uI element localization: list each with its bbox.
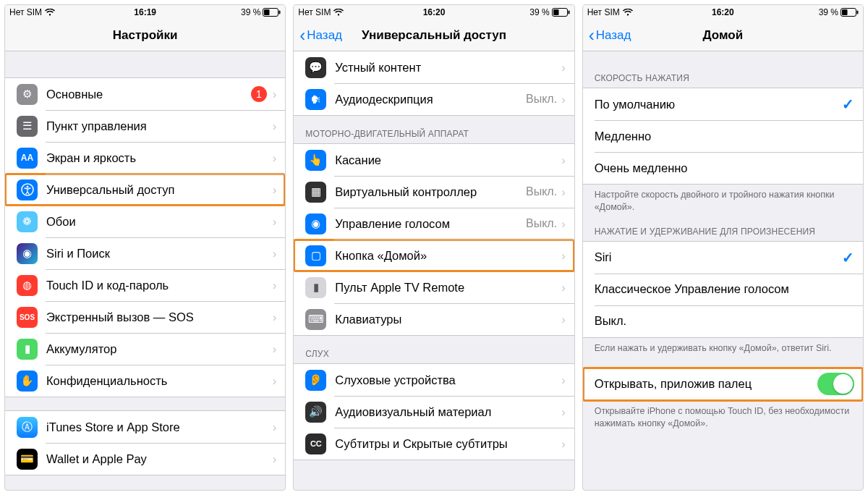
nav-bar: ‹ Назад Домой [583, 20, 863, 51]
status-time: 16:20 [388, 7, 479, 17]
row-off[interactable]: Выкл. [583, 305, 863, 337]
row-siri[interactable]: Siri ✓ [583, 242, 863, 274]
speaker-icon: 🔊 [305, 402, 326, 423]
section-footer: Открывайте iPhone с помощью Touch ID, бе… [583, 401, 863, 430]
row-label: Касание [335, 153, 561, 167]
row-display[interactable]: AA Экран и яркость › [5, 142, 285, 174]
row-keyboards[interactable]: ⌨ Клавиатуры › [294, 303, 574, 335]
chevron-icon: › [561, 249, 566, 263]
row-label: Устный контент [335, 61, 561, 75]
battery-icon [263, 8, 281, 17]
battery-row-icon: ▮ [17, 339, 38, 360]
row-siri[interactable]: ◉ Siri и Поиск › [5, 237, 285, 269]
chevron-icon: › [561, 313, 566, 326]
row-classic-voice[interactable]: Классическое Управление голосом [583, 274, 863, 305]
row-label: Siri и Поиск [46, 247, 273, 261]
svg-rect-6 [553, 9, 559, 15]
chevron-icon: › [273, 342, 277, 356]
row-rest-finger-open[interactable]: Открывать, приложив палец [583, 368, 863, 400]
svg-rect-9 [842, 9, 848, 15]
accessibility-list: 💬 Устный контент › 🗣 Аудиодескрипция Вык… [294, 51, 574, 490]
row-label: Классическое Управление голосом [595, 282, 854, 296]
display-icon: AA [17, 148, 38, 169]
section-header-hearing: СЛУХ [294, 349, 574, 363]
back-label: Назад [307, 28, 342, 43]
row-control-center[interactable]: ☰ Пункт управления › [5, 110, 285, 142]
row-value: Выкл. [526, 93, 557, 106]
row-switch-control[interactable]: ▦ Виртуальный контроллер Выкл. › [294, 176, 574, 208]
svg-point-4 [26, 186, 28, 188]
row-speed-slow[interactable]: Медленно [583, 120, 863, 152]
row-label: Аудиовизуальный материал [335, 405, 561, 419]
cc-icon: CC [305, 433, 326, 454]
row-label: Кнопка «Домой» [335, 249, 561, 263]
chevron-icon: › [561, 437, 566, 451]
chevron-icon: › [561, 153, 566, 167]
chevron-icon: › [273, 151, 277, 165]
row-itunes[interactable]: Ⓐ iTunes Store и App Store › [5, 411, 285, 443]
battery-percent: 39 % [819, 7, 838, 17]
row-label: Экран и яркость [46, 151, 273, 165]
row-privacy[interactable]: ✋ Конфиденциальность › [5, 365, 285, 397]
row-wallet[interactable]: 💳 Wallet и Apple Pay › [5, 443, 285, 475]
wifi-icon [333, 9, 344, 16]
row-hearing-devices[interactable]: 👂 Слуховые устройства › [294, 364, 574, 396]
row-label: Универсальный доступ [46, 183, 273, 197]
chevron-icon: › [273, 119, 277, 133]
row-general[interactable]: ⚙ Основные 1 › [5, 78, 285, 110]
status-bar: Нет SIM 16:20 39 % [583, 5, 863, 20]
touch-icon: 👆 [305, 150, 326, 171]
row-touch[interactable]: 👆 Касание › [294, 144, 574, 176]
row-label: По умолчанию [595, 98, 842, 111]
row-accessibility[interactable]: Универсальный доступ › [5, 174, 285, 206]
grid-icon: ▦ [305, 182, 326, 203]
svg-rect-7 [568, 11, 569, 14]
row-label: Siri [595, 250, 842, 264]
svg-rect-10 [856, 11, 858, 14]
row-audio-description[interactable]: 🗣 Аудиодескрипция Выкл. › [294, 83, 574, 115]
row-label: Пункт управления [46, 119, 273, 133]
phone-accessibility: Нет SIM 16:20 39 % ‹ Назад Универсальный… [293, 4, 574, 491]
back-button[interactable]: ‹ Назад [589, 27, 631, 44]
row-sos[interactable]: SOS Экстренный вызов — SOS › [5, 301, 285, 333]
row-label: Слуховые устройства [335, 373, 561, 387]
row-label: Очень медленно [595, 161, 854, 175]
toggle-switch[interactable] [817, 373, 854, 395]
row-appletv-remote[interactable]: ▮ Пульт Apple TV Remote › [294, 271, 574, 303]
chevron-icon: › [561, 405, 566, 419]
phone-settings: Нет SIM 16:19 39 % Настройки ⚙ Основные … [4, 4, 286, 491]
row-wallpaper[interactable]: ❁ Обои › [5, 206, 285, 237]
row-label: iTunes Store и App Store [46, 420, 273, 434]
checkmark-icon: ✓ [842, 96, 854, 113]
row-spoken-content[interactable]: 💬 Устный контент › [294, 51, 574, 83]
row-audiovisual[interactable]: 🔊 Аудиовизуальный материал › [294, 396, 574, 428]
section-header-click-speed: СКОРОСТЬ НАЖАТИЯ [583, 73, 863, 88]
row-subtitles[interactable]: CC Субтитры и Скрытые субтитры › [294, 428, 574, 460]
row-battery[interactable]: ▮ Аккумулятор › [5, 333, 285, 365]
status-bar: Нет SIM 16:19 39 % [5, 5, 285, 20]
carrier-label: Нет SIM [298, 7, 331, 17]
nav-bar: ‹ Назад Универсальный доступ [294, 20, 574, 51]
chevron-icon: › [273, 420, 277, 434]
siri-icon: ◉ [17, 243, 38, 264]
hand-icon: ✋ [17, 371, 38, 392]
back-button[interactable]: ‹ Назад [299, 27, 342, 44]
row-label: Субтитры и Скрытые субтитры [335, 437, 561, 451]
chevron-icon: › [561, 61, 566, 75]
row-home-button[interactable]: ▢ Кнопка «Домой» › [294, 240, 574, 271]
carrier-label: Нет SIM [587, 7, 620, 17]
chevron-icon: › [561, 217, 566, 231]
chevron-icon: › [273, 374, 277, 388]
row-label: Экстренный вызов — SOS [46, 310, 273, 324]
row-label: Медленно [595, 130, 854, 143]
section-header-motor: МОТОРНО-ДВИГАТЕЛЬНЫЙ АППАРАТ [294, 129, 574, 143]
row-voice-control[interactable]: ◉ Управление голосом Выкл. › [294, 208, 574, 240]
notification-badge: 1 [251, 86, 267, 102]
row-label: Виртуальный контроллер [335, 185, 526, 199]
row-touchid[interactable]: ◍ Touch ID и код-пароль › [5, 269, 285, 301]
wifi-icon [623, 9, 633, 16]
voice-icon: ◉ [305, 213, 326, 234]
row-speed-slowest[interactable]: Очень медленно [583, 152, 863, 184]
row-speed-default[interactable]: По умолчанию ✓ [583, 88, 863, 120]
battery-percent: 39 % [529, 7, 549, 17]
